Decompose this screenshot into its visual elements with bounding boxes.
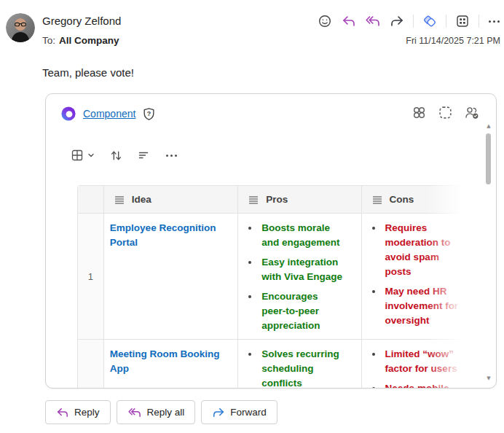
- table-view-icon: [71, 149, 84, 162]
- idea-cell[interactable]: Meeting Room Booking App: [103, 339, 237, 389]
- svg-text:?: ?: [147, 110, 151, 117]
- list-item: Limited “wow” factor for users: [372, 347, 470, 376]
- privacy-shield-icon[interactable]: ?: [142, 107, 156, 121]
- text-column-icon: [248, 195, 259, 205]
- recipient-name[interactable]: All Company: [59, 35, 119, 46]
- apps-icon[interactable]: [454, 13, 470, 29]
- divider: [413, 15, 414, 28]
- divider: [479, 15, 479, 28]
- column-header-pros[interactable]: Pros: [237, 186, 361, 213]
- pros-cell[interactable]: Solves recurring scheduling conflicts: [237, 339, 361, 389]
- column-header-idea[interactable]: Idea: [103, 186, 237, 213]
- list-item: May need HR involvement for oversight: [372, 284, 470, 328]
- table-header-row: Idea Pros Cons: [78, 186, 470, 213]
- loop-component-card: Component ?: [45, 93, 497, 389]
- sent-timestamp: Fri 11/14/2025 7:21 PM: [406, 36, 500, 46]
- reply-all-icon: [127, 407, 142, 418]
- text-column-icon: [372, 195, 382, 205]
- scroll-up-icon[interactable]: ▲: [484, 123, 493, 129]
- list-item: Solves recurring scheduling conflicts: [248, 347, 361, 389]
- reply-all-button[interactable]: Reply all: [117, 400, 196, 424]
- column-label: Pros: [266, 194, 288, 205]
- sender-avatar[interactable]: [6, 13, 35, 42]
- reply-button[interactable]: Reply: [45, 400, 111, 424]
- loop-table-viewport: Idea Pros Cons: [77, 185, 470, 389]
- forward-icon: [212, 407, 225, 418]
- emoji-reaction-icon[interactable]: [317, 13, 333, 29]
- column-label: Idea: [132, 194, 151, 205]
- cons-cell[interactable]: Requires moderation to avoid spam posts …: [361, 213, 470, 339]
- scrollbar-thumb[interactable]: [486, 133, 491, 184]
- row-number: 1: [78, 213, 103, 339]
- avatar-photo: [6, 13, 35, 42]
- sender-name[interactable]: Gregory Zelfond: [42, 15, 121, 27]
- forward-button[interactable]: Forward: [201, 400, 277, 424]
- row-number: [78, 339, 103, 389]
- reply-all-icon[interactable]: [365, 13, 381, 29]
- more-options-icon[interactable]: [487, 17, 501, 26]
- divider: [446, 15, 446, 28]
- list-item: Encourages peer-to-peer appreciation: [248, 289, 361, 333]
- response-button-bar: Reply Reply all Forward: [45, 400, 277, 424]
- table-more-icon[interactable]: [165, 152, 178, 160]
- live-component-icon[interactable]: [438, 105, 453, 120]
- table-view-button[interactable]: [71, 149, 95, 162]
- list-item: Easy integration with Viva Engage: [248, 255, 361, 284]
- cons-cell[interactable]: Limited “wow” factor for users Needs mob…: [361, 339, 470, 389]
- reply-icon: [56, 407, 69, 418]
- chevron-down-icon: [87, 152, 95, 159]
- recipient-line: To:All Company: [42, 35, 119, 46]
- filter-icon[interactable]: [138, 149, 149, 161]
- list-item: Requires moderation to avoid spam posts: [372, 221, 470, 279]
- pros-cell[interactable]: Boosts morale and engagement Easy integr…: [237, 213, 361, 339]
- to-label: To:: [42, 35, 55, 46]
- loop-table-toolbar: [71, 147, 178, 164]
- message-action-bar: [317, 13, 501, 29]
- reply-icon[interactable]: [341, 13, 357, 29]
- loop-table: Idea Pros Cons: [77, 185, 470, 389]
- loop-component-link[interactable]: Component: [83, 108, 135, 120]
- row-number-header: [78, 186, 103, 213]
- loop-card-header: Component ?: [60, 106, 156, 122]
- idea-cell[interactable]: Employee Recognition Portal: [103, 213, 237, 339]
- column-label: Cons: [390, 194, 414, 205]
- people-presence-icon[interactable]: [464, 105, 480, 120]
- sort-icon[interactable]: [110, 149, 122, 162]
- email-body-text: Team, please vote!: [42, 66, 134, 79]
- column-header-cons[interactable]: Cons: [361, 186, 470, 213]
- forward-icon[interactable]: [389, 13, 405, 29]
- text-column-icon: [114, 195, 125, 205]
- email-reading-pane: Gregory Zelfond To:All Company Fri 11/14…: [0, 0, 504, 433]
- workspaces-icon[interactable]: [412, 105, 427, 120]
- table-row: 1 Employee Recognition Portal Boosts mor…: [78, 213, 470, 339]
- share-to-loop-icon[interactable]: [422, 13, 438, 29]
- table-row: Meeting Room Booking App Solves recurrin…: [78, 339, 470, 389]
- loop-header-actions: [412, 105, 480, 120]
- loop-logo-icon: [60, 106, 76, 122]
- list-item: Boosts morale and engagement: [248, 221, 361, 250]
- list-item: Needs mobile: [372, 381, 470, 389]
- scroll-down-icon[interactable]: ▼: [484, 375, 493, 381]
- loop-scrollbar: ▲ ▼: [484, 123, 493, 386]
